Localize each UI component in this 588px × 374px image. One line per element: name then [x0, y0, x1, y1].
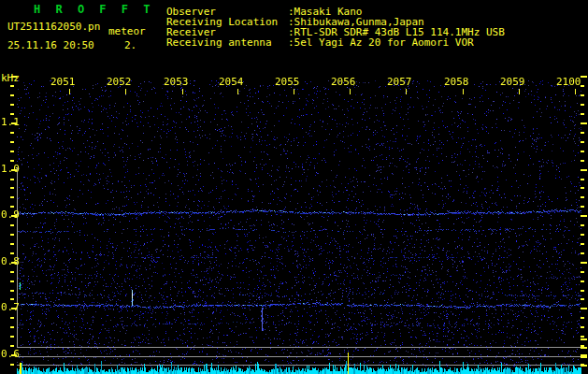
freq-tick-right	[581, 113, 584, 115]
freq-label: 1.1	[1, 116, 20, 128]
freq-label: 1.0	[1, 163, 20, 175]
freq-tick-left	[10, 271, 14, 273]
app-title: H R O F F T	[34, 4, 154, 16]
freq-tick-right	[581, 280, 584, 282]
freq-tick-right	[581, 326, 584, 328]
freq-tick-right	[581, 179, 584, 180]
freq-tick-left	[10, 85, 14, 87]
time-tick	[463, 89, 464, 94]
freq-label: 0.9	[1, 209, 20, 221]
spectrogram-canvas	[17, 77, 581, 374]
freq-tick-left	[10, 317, 14, 319]
freq-tick-left	[11, 76, 17, 78]
freq-tick-left	[10, 298, 14, 300]
time-tick	[182, 89, 183, 94]
info-value-antenna: :5el Yagi Az 20 for Aomori VOR	[288, 36, 474, 49]
freq-tick-left	[10, 345, 14, 347]
page-counter: 2.	[124, 39, 136, 51]
freq-tick-right	[581, 298, 584, 300]
time-tick	[69, 89, 70, 94]
freq-tick-right	[581, 160, 584, 162]
time-tick	[575, 89, 576, 94]
freq-tick-right	[581, 271, 584, 273]
freq-tick-right	[581, 141, 584, 143]
freq-tick-left	[10, 243, 14, 245]
freq-tick-left	[10, 196, 14, 198]
freq-label: 0.8	[1, 255, 20, 267]
freq-tick-right	[581, 169, 587, 171]
time-tick	[406, 89, 407, 94]
freq-tick-left	[10, 187, 14, 189]
time-label: 2053	[164, 76, 189, 88]
strip-tick-right	[581, 356, 587, 358]
time-label: 2057	[387, 76, 412, 88]
strip-tick-right	[581, 365, 587, 367]
freq-tick-right	[581, 104, 584, 106]
freq-tick-left	[10, 364, 14, 366]
freq-tick-left	[10, 290, 14, 292]
time-tick	[125, 89, 126, 94]
hrofft-screen: H R O F F T UT2511162050.pn meteor 25.11…	[0, 0, 588, 374]
time-label: 2055	[275, 76, 300, 88]
freq-tick-left	[10, 206, 14, 208]
freq-tick-left	[10, 113, 14, 115]
time-label: 2100	[556, 76, 581, 88]
freq-tick-right	[581, 252, 584, 254]
datetime: 25.11.16 20:50	[7, 39, 94, 51]
time-label: 2052	[107, 76, 132, 88]
observation-type: meteor	[108, 25, 146, 37]
time-tick	[237, 89, 238, 94]
time-label: 2051	[50, 76, 76, 88]
strip-tick-right	[581, 338, 587, 340]
freq-label: 0.7	[1, 301, 20, 313]
freq-tick-right	[581, 196, 584, 198]
freq-tick-right	[581, 290, 584, 292]
freq-tick-left	[10, 280, 14, 282]
freq-tick-left	[10, 151, 14, 152]
freq-tick-left	[10, 104, 14, 106]
freq-tick-right	[581, 94, 584, 96]
freq-tick-left	[10, 252, 14, 254]
freq-tick-left	[10, 224, 14, 226]
freq-tick-left	[10, 336, 14, 338]
time-label: 2059	[500, 76, 525, 88]
freq-label: 0.6	[1, 348, 20, 360]
freq-tick-right	[581, 317, 584, 319]
time-tick	[519, 89, 520, 94]
freq-tick-right	[581, 262, 587, 264]
freq-tick-right	[581, 234, 584, 236]
freq-tick-right	[581, 132, 584, 134]
freq-tick-right	[581, 122, 587, 124]
filename: UT2511162050.pn	[7, 21, 100, 33]
time-label: 2058	[444, 76, 469, 88]
time-label: 2056	[331, 76, 356, 88]
freq-tick-right	[581, 187, 584, 189]
time-tick	[294, 89, 294, 94]
freq-tick-left	[10, 234, 14, 236]
time-label: 2054	[219, 76, 244, 88]
freq-tick-right	[581, 76, 587, 78]
freq-tick-left	[10, 326, 14, 328]
freq-tick-right	[581, 215, 587, 217]
freq-tick-left	[10, 94, 14, 96]
freq-tick-left	[10, 160, 14, 162]
time-tick	[350, 89, 351, 94]
freq-tick-right	[581, 243, 584, 245]
freq-tick-left	[10, 179, 14, 180]
strip-tick-right	[581, 347, 587, 349]
freq-tick-right	[581, 206, 584, 208]
freq-tick-right	[581, 336, 584, 338]
info-label-antenna: Receiving antenna	[166, 36, 272, 49]
freq-tick-right	[581, 151, 584, 152]
freq-tick-right	[581, 85, 584, 87]
freq-tick-left	[10, 132, 14, 134]
freq-tick-right	[581, 224, 584, 226]
freq-tick-left	[10, 141, 14, 143]
freq-tick-right	[581, 308, 587, 309]
